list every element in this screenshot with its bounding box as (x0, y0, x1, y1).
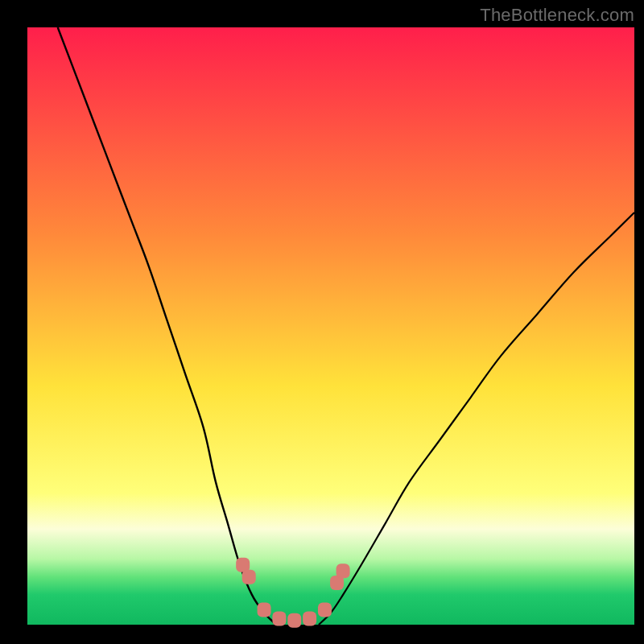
valley-marker (336, 564, 350, 578)
valley-marker (258, 602, 271, 617)
gradient-plot-area (27, 27, 634, 625)
valley-marker (303, 612, 316, 626)
valley-marker (287, 613, 301, 628)
bottleneck-chart (0, 0, 644, 644)
watermark-text: TheBottleneck.com (480, 5, 634, 26)
valley-marker (318, 602, 332, 617)
valley-marker (242, 570, 256, 584)
valley-marker (272, 612, 286, 626)
chart-stage: TheBottleneck.com (0, 0, 644, 644)
